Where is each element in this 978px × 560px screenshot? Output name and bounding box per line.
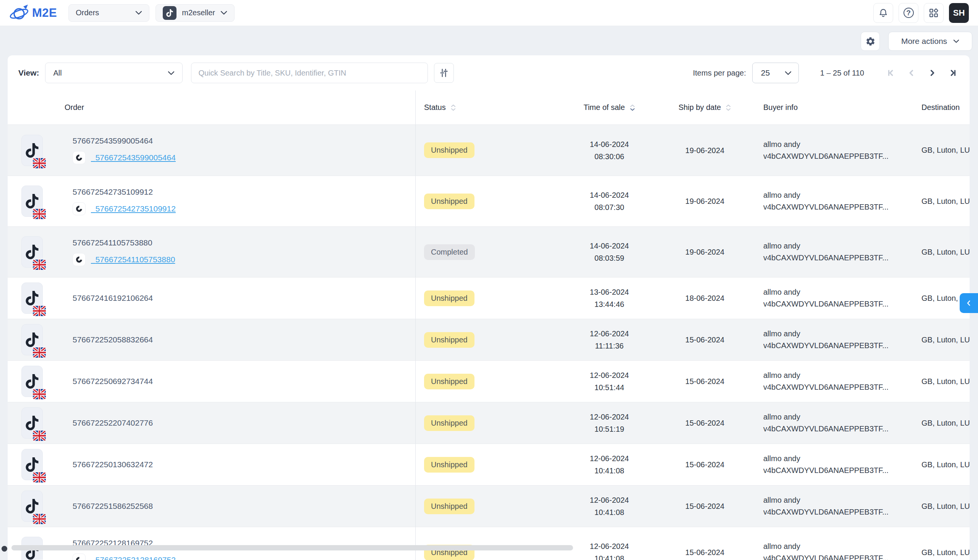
sale-time: 11:11:36	[595, 340, 624, 352]
status-cell: Unshipped	[416, 402, 558, 443]
order-cell: 576672416192106264	[8, 278, 416, 319]
status-cell: Unshipped	[416, 125, 558, 176]
status-cell: Completed	[416, 227, 558, 277]
order-link[interactable]: 576672541105753880	[91, 255, 175, 264]
order-link[interactable]: 576672542735109912	[91, 204, 176, 213]
status-badge: Unshipped	[424, 290, 475, 306]
column-header-order[interactable]: Order	[8, 90, 416, 125]
sale-date: 12-06-2024	[590, 369, 629, 382]
next-page-button[interactable]	[928, 69, 936, 77]
ship-by-date: 15-06-2024	[685, 546, 724, 558]
items-per-page-label: Items per page:	[693, 69, 746, 77]
notifications-button[interactable]	[873, 3, 893, 23]
buyer-name: allmo andy	[763, 138, 800, 150]
ship-by-date: 15-06-2024	[685, 417, 724, 429]
sort-icon[interactable]	[630, 104, 635, 112]
tiktok-channel-icon	[22, 135, 43, 166]
uk-flag-icon	[33, 472, 46, 483]
last-page-button[interactable]	[949, 69, 956, 77]
account-name: m2eseller	[182, 8, 215, 17]
apps-button[interactable]	[924, 3, 944, 23]
order-cell: 576672541105753880 576672541105753880	[8, 227, 416, 277]
sale-date: 14-06-2024	[590, 138, 629, 150]
more-actions-button[interactable]: More actions	[888, 32, 972, 51]
column-header-buyer-info[interactable]: Buyer info	[749, 90, 913, 125]
status-badge: Completed	[424, 244, 475, 260]
sale-date: 12-06-2024	[590, 540, 629, 552]
column-header-status[interactable]: Status	[416, 90, 558, 125]
order-number: 576672250692734744	[73, 377, 153, 386]
sale-date: 12-06-2024	[590, 452, 629, 465]
tiktok-channel-icon	[22, 449, 43, 480]
column-header-destination[interactable]: Destination	[913, 90, 970, 125]
order-link[interactable]: 576672543599005464	[91, 153, 176, 162]
uk-flag-icon	[33, 209, 46, 219]
ship-by-date: 15-06-2024	[685, 333, 724, 346]
horizontal-scrollbar-thumb[interactable]	[12, 545, 573, 550]
sale-time: 13:44:46	[594, 298, 624, 310]
sort-icon[interactable]	[450, 104, 456, 112]
first-page-button[interactable]	[887, 69, 895, 77]
previous-page-button[interactable]	[908, 69, 915, 77]
items-per-page-select[interactable]: 25	[752, 63, 799, 83]
sale-time: 08:30:06	[594, 150, 624, 163]
order-cell: 576672543599005464 576672543599005464	[8, 125, 416, 176]
order-link-row: 576672542735109912	[73, 202, 176, 215]
page-nav-select[interactable]: Orders	[69, 4, 149, 22]
table-row[interactable]: 576672252058832664 Unshipped 12-06-2024 …	[8, 319, 970, 360]
column-header-ship-by-date[interactable]: Ship by date	[661, 90, 749, 125]
apps-grid-icon	[928, 8, 939, 18]
buyer-name: allmo andy	[763, 328, 800, 340]
table-row[interactable]: 576672416192106264 Unshipped 13-06-2024 …	[8, 277, 970, 319]
help-button[interactable]: ?	[899, 3, 918, 23]
buyer-id: v4bCAXWDYVLD6ANAEPPEB3TF...	[763, 382, 889, 393]
tiktok-note-icon	[25, 291, 39, 305]
sale-date: 14-06-2024	[590, 189, 629, 201]
buyer-info-cell: allmo andy v4bCAXWDYVLD6ANAEPPEB3TF...	[749, 278, 913, 319]
uk-flag-icon	[33, 158, 46, 168]
buyer-name: allmo andy	[763, 240, 800, 252]
table-row[interactable]: 576672252128169752 576672252128169752 Un…	[8, 527, 970, 560]
settings-button[interactable]	[861, 32, 880, 51]
table-row[interactable]: 576672541105753880 576672541105753880 Co…	[8, 227, 970, 277]
uk-flag-icon	[33, 514, 46, 524]
more-actions-label: More actions	[901, 37, 947, 46]
top-header-bar: M2E Orders m2eseller ?	[0, 0, 978, 26]
table-row[interactable]: 576672251586252568 Unshipped 12-06-2024 …	[8, 485, 970, 527]
user-avatar[interactable]: SH	[949, 3, 969, 23]
ship-by-date-cell: 15-06-2024	[661, 527, 749, 560]
order-cell: 576672542735109912 576672542735109912	[8, 176, 416, 227]
page-nav-value: Orders	[76, 8, 99, 17]
account-select[interactable]: m2eseller	[155, 4, 234, 22]
order-cell: 576672251586252568	[8, 485, 416, 527]
ship-by-date-cell: 15-06-2024	[661, 361, 749, 402]
table-row[interactable]: 576672542735109912 576672542735109912 Un…	[8, 176, 970, 227]
collapse-panel-button[interactable]	[960, 293, 978, 313]
time-of-sale-cell: 14-06-2024 08:30:06	[558, 125, 661, 176]
status-badge: Unshipped	[424, 142, 475, 158]
order-number: 576672252207402776	[73, 418, 153, 428]
view-label: View:	[18, 68, 39, 77]
destination-cell: GB, Luton, LU	[913, 527, 970, 560]
order-number: 576672250130632472	[73, 460, 153, 469]
destination-cell: GB, Luton, LU	[913, 402, 970, 443]
tiktok-channel-icon	[22, 236, 43, 268]
table-row[interactable]: 576672543599005464 576672543599005464 Un…	[8, 125, 970, 176]
chevron-down-icon	[168, 71, 175, 75]
table-row[interactable]: 576672252207402776 Unshipped 12-06-2024 …	[8, 402, 970, 443]
filter-button[interactable]	[434, 63, 454, 83]
table-row[interactable]: 576672250130632472 Unshipped 12-06-2024 …	[8, 443, 970, 485]
sale-time: 10:51:19	[594, 423, 624, 435]
search-input[interactable]	[191, 63, 428, 83]
column-header-time-of-sale[interactable]: Time of sale	[558, 90, 661, 125]
view-select[interactable]: All	[45, 63, 182, 83]
tiktok-note-icon	[25, 194, 39, 208]
order-link[interactable]: 576672252128169752	[91, 555, 176, 560]
ship-by-date: 18-06-2024	[685, 292, 724, 304]
tiktok-shop-mini-icon	[73, 202, 85, 215]
m2e-logo-icon	[9, 4, 30, 22]
tiktok-shop-mini-icon	[73, 151, 85, 164]
destination-cell: GB, Luton, LU	[913, 125, 970, 176]
sort-icon[interactable]	[726, 104, 731, 112]
table-row[interactable]: 576672250692734744 Unshipped 12-06-2024 …	[8, 360, 970, 402]
